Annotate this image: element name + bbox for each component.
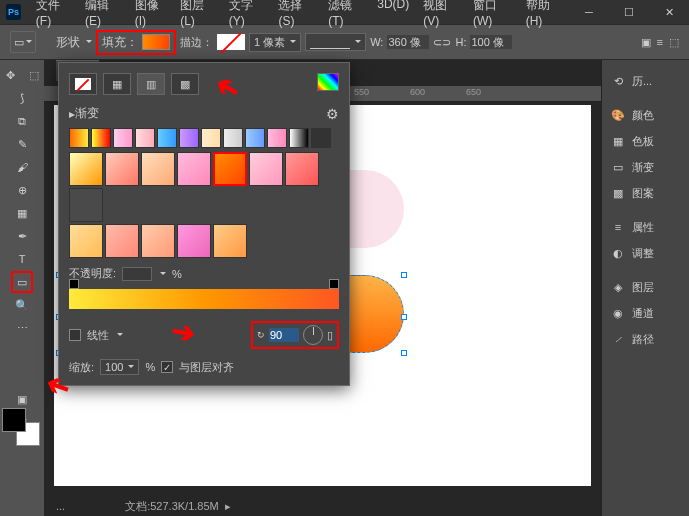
fg-color[interactable] <box>2 408 26 432</box>
gradient-preset[interactable] <box>179 128 199 148</box>
menu-item[interactable]: 滤镜(T) <box>321 0 370 28</box>
panel-label: 颜色 <box>632 108 654 123</box>
gradient-preset[interactable] <box>141 224 175 258</box>
color-swatches[interactable] <box>2 408 40 446</box>
gradient-preset[interactable] <box>91 128 111 148</box>
doc-size-label: 文档: <box>125 499 150 514</box>
gradient-preset[interactable] <box>213 224 247 258</box>
panel-label: 渐变 <box>632 160 654 175</box>
panel-patterns[interactable]: ▩图案 <box>602 180 689 206</box>
panel-adjust[interactable]: ◐调整 <box>602 240 689 266</box>
angle-field[interactable] <box>269 328 299 342</box>
panel-gradient[interactable]: ▭渐变 <box>602 154 689 180</box>
quickmask-tool[interactable]: ▣ <box>11 388 33 410</box>
move-tool[interactable]: ✥ <box>0 64 22 86</box>
shape-mode-dropdown[interactable] <box>84 36 92 48</box>
panel-color[interactable]: 🎨颜色 <box>602 102 689 128</box>
color-picker-btn[interactable] <box>317 73 339 91</box>
menu-item[interactable]: 帮助(H) <box>519 0 569 28</box>
text-tool[interactable]: T <box>11 248 33 270</box>
opacity-field[interactable] <box>122 267 152 281</box>
gradient-preset[interactable] <box>141 152 175 186</box>
panel-label: 历... <box>632 74 652 89</box>
menu-item[interactable]: 文字(Y) <box>222 0 272 28</box>
gradient-preset[interactable] <box>289 128 309 148</box>
fill-solid-tab[interactable]: ▦ <box>103 73 131 95</box>
brush-tool[interactable]: 🖌 <box>11 156 33 178</box>
pen-tool[interactable]: ✒ <box>11 225 33 247</box>
fill-swatch[interactable] <box>142 34 170 50</box>
gradient-preset[interactable] <box>69 224 103 258</box>
gradient-preset[interactable] <box>177 224 211 258</box>
align-stroke-icon[interactable]: ▯ <box>327 329 333 342</box>
history-icon: ⟲ <box>610 73 626 89</box>
gradient-preset[interactable] <box>69 188 103 222</box>
pathops-icon[interactable]: ▣ <box>641 36 651 49</box>
menu-item[interactable]: 编辑(E) <box>78 0 128 28</box>
gradient-preset[interactable] <box>213 152 247 186</box>
gradient-preset[interactable] <box>69 128 89 148</box>
close-btn[interactable]: ✕ <box>649 0 689 24</box>
fill-none-tab[interactable] <box>69 73 97 95</box>
gradient-style-label[interactable]: 线性 <box>87 328 109 343</box>
more-tools[interactable]: ⋯ <box>11 317 33 339</box>
zoom-display[interactable]: ... <box>56 500 65 512</box>
clone-tool[interactable]: ⊕ <box>11 179 33 201</box>
panel-properties[interactable]: ≡属性 <box>602 214 689 240</box>
menu-item[interactable]: 3D(D) <box>370 0 416 28</box>
panel-label: 路径 <box>632 332 654 347</box>
gradient-preview[interactable] <box>69 289 339 309</box>
panel-paths[interactable]: ⟋路径 <box>602 326 689 352</box>
panel-history[interactable]: ⟲历... <box>602 68 689 94</box>
panel-channels[interactable]: ◉通道 <box>602 300 689 326</box>
align-icon[interactable]: ≡ <box>657 36 663 49</box>
zoom-tool[interactable]: 🔍 <box>11 294 33 316</box>
shape-rect-tool[interactable]: ▭ <box>11 271 33 293</box>
stroke-style-dropdown[interactable] <box>305 33 366 51</box>
gradient-preset[interactable] <box>105 224 139 258</box>
gear-icon[interactable]: ⚙ <box>326 106 339 122</box>
gradient-preset[interactable] <box>267 128 287 148</box>
arrange-icon[interactable]: ⬚ <box>669 36 679 49</box>
gradient-preset[interactable] <box>177 152 211 186</box>
gradient-preset[interactable] <box>157 128 177 148</box>
menu-item[interactable]: 窗口(W) <box>466 0 519 28</box>
maximize-btn[interactable]: ☐ <box>609 0 649 24</box>
gradient-preset[interactable] <box>105 152 139 186</box>
panel-layers[interactable]: ◈图层 <box>602 274 689 300</box>
fill-pattern-tab[interactable]: ▩ <box>171 73 199 95</box>
gradient-preset[interactable] <box>285 152 319 186</box>
panel-swatches[interactable]: ▦色板 <box>602 128 689 154</box>
stroke-size-field[interactable]: 1 像素 <box>249 33 301 52</box>
link-wh-icon[interactable]: ⊂⊃ <box>433 36 451 49</box>
shape-tool-icon[interactable]: ▭ <box>10 31 36 53</box>
width-field[interactable] <box>387 35 429 49</box>
menu-item[interactable]: 图像(I) <box>128 0 174 28</box>
minimize-btn[interactable]: ─ <box>569 0 609 24</box>
menu-item[interactable]: 视图(V) <box>416 0 466 28</box>
reverse-checkbox[interactable] <box>69 329 81 341</box>
gradient-preset[interactable] <box>135 128 155 148</box>
crop-tool[interactable]: ⧉ <box>11 110 33 132</box>
gradient-preset[interactable] <box>249 152 283 186</box>
gradient-preset[interactable] <box>223 128 243 148</box>
gradient-preset[interactable] <box>69 152 103 186</box>
gradient-preset[interactable] <box>113 128 133 148</box>
menu-item[interactable]: 选择(S) <box>271 0 321 28</box>
stroke-swatch[interactable] <box>217 34 245 50</box>
gradient-preset[interactable] <box>311 128 331 148</box>
height-field[interactable] <box>470 35 512 49</box>
eyedropper-tool[interactable]: ✎ <box>11 133 33 155</box>
angle-dial[interactable] <box>303 325 323 345</box>
menu-item[interactable]: 图层(L) <box>173 0 222 28</box>
artboard-tool[interactable]: ⬚ <box>23 64 45 86</box>
gradient-tool[interactable]: ▦ <box>11 202 33 224</box>
lasso-tool[interactable]: ⟆ <box>11 87 33 109</box>
gradient-preset[interactable] <box>201 128 221 148</box>
fill-gradient-tab[interactable]: ▥ <box>137 73 165 95</box>
menu-item[interactable]: 文件(F) <box>29 0 78 28</box>
gradient-preset[interactable] <box>245 128 265 148</box>
align-layer-checkbox[interactable] <box>161 361 173 373</box>
fill-label: 填充： <box>102 34 138 51</box>
scale-field[interactable]: 100 <box>100 359 139 375</box>
